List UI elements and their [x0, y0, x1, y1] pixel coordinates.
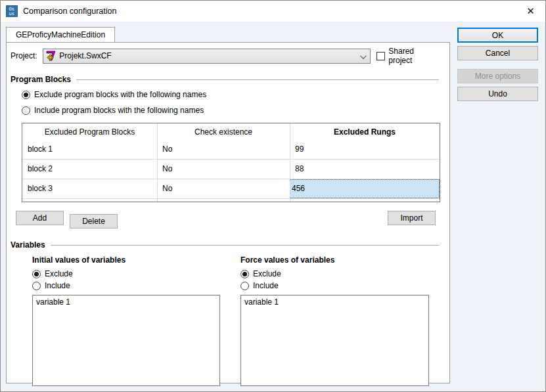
table-header-row: Excluded Program Blocks Check existence … — [22, 123, 440, 140]
cell-check-existence[interactable]: No — [157, 140, 290, 159]
force-include-option[interactable]: Include — [240, 281, 429, 290]
initial-values-title: Initial values of variables — [32, 255, 220, 265]
app-icon: 0s us — [6, 5, 18, 17]
include-blocks-option[interactable]: Include program blocks with the followin… — [22, 106, 439, 115]
col-header-excluded-rungs: Excluded Rungs — [290, 127, 440, 137]
cell-block-name[interactable]: block 3 — [22, 179, 157, 198]
table-row[interactable]: block 1 No 99 — [22, 140, 440, 160]
table-row[interactable]: block 3 No 456 — [22, 179, 440, 199]
cell-block-name[interactable]: block 2 — [22, 160, 157, 179]
shared-project-option[interactable]: Shared project — [376, 47, 439, 65]
close-icon[interactable]: ✕ — [516, 1, 545, 22]
list-item[interactable]: variable 1 — [36, 297, 216, 307]
col-header-check-existence: Check existence — [157, 127, 290, 137]
import-button[interactable]: Import — [388, 211, 436, 225]
initial-exclude-option[interactable]: Exclude — [32, 269, 220, 278]
initial-values-section: Initial values of variables Exclude Incl… — [16, 255, 220, 386]
shared-project-checkbox[interactable] — [376, 52, 385, 60]
force-exclude-label: Exclude — [253, 269, 281, 278]
include-blocks-radio[interactable] — [22, 106, 30, 115]
initial-include-label: Include — [45, 281, 70, 290]
variables-group-header: Variables — [11, 240, 439, 250]
exclude-blocks-label: Exclude program blocks with the followin… — [34, 90, 206, 99]
excluded-blocks-table: Excluded Program Blocks Check existence … — [22, 123, 440, 202]
initial-exclude-label: Exclude — [45, 269, 73, 278]
force-exclude-option[interactable]: Exclude — [240, 269, 429, 278]
force-values-title: Force values of variables — [240, 255, 429, 265]
tab-label: GEProficyMachineEdition — [16, 30, 105, 39]
title-bar: 0s us Comparison configuration ✕ — [1, 1, 545, 22]
cell-excluded-rungs-selected[interactable]: 456 — [290, 179, 440, 198]
exclude-blocks-radio[interactable] — [22, 91, 30, 99]
force-variables-listbox[interactable]: variable 1 — [240, 295, 429, 386]
undo-button[interactable]: Undo — [457, 87, 538, 101]
force-include-radio[interactable] — [240, 282, 249, 290]
table-row[interactable]: block 2 No 88 — [22, 160, 440, 179]
project-value: Projekt.SwxCF — [59, 51, 111, 60]
force-include-label: Include — [253, 281, 279, 290]
table-button-row: Add Delete Import — [16, 211, 436, 229]
delete-button[interactable]: Delete — [70, 214, 118, 229]
svg-text:us: us — [9, 11, 14, 16]
include-blocks-label: Include program blocks with the followin… — [34, 106, 204, 115]
cell-block-name[interactable]: block 1 — [22, 140, 157, 159]
group-rule — [51, 245, 439, 246]
initial-include-option[interactable]: Include — [32, 281, 220, 290]
initial-include-radio[interactable] — [32, 282, 41, 290]
program-blocks-group-header: Program Blocks — [11, 75, 439, 84]
group-rule — [76, 79, 439, 80]
add-button[interactable]: Add — [16, 211, 64, 225]
col-header-excluded-program-blocks: Excluded Program Blocks — [22, 127, 157, 137]
tab-geproficymachineedition[interactable]: GEProficyMachineEdition — [6, 27, 115, 42]
chevron-down-icon[interactable] — [360, 53, 367, 59]
project-file-icon — [46, 51, 57, 61]
project-label: Project: — [11, 51, 43, 60]
variables-columns: Initial values of variables Exclude Incl… — [16, 255, 439, 386]
cell-check-existence[interactable]: No — [157, 160, 290, 179]
comparison-configuration-dialog: { "window": { "title": "Comparison confi… — [0, 0, 546, 392]
project-combobox[interactable]: Projekt.SwxCF — [43, 49, 371, 64]
program-blocks-title: Program Blocks — [11, 75, 71, 84]
window-title: Comparison configuration — [23, 7, 116, 16]
column-separator — [290, 123, 290, 202]
force-exclude-radio[interactable] — [240, 270, 249, 278]
initial-variables-listbox[interactable]: variable 1 — [32, 295, 220, 386]
column-separator — [157, 123, 158, 202]
shared-project-label: Shared project — [388, 47, 439, 65]
force-values-section: Force values of variables Exclude Includ… — [224, 255, 429, 386]
more-options-button[interactable]: More options — [457, 69, 538, 83]
tab-page-panel: Project: Projekt.SwxCF Shared project Pr… — [6, 42, 450, 383]
cell-excluded-rungs[interactable]: 99 — [290, 140, 440, 159]
variables-title: Variables — [11, 240, 45, 250]
exclude-blocks-option[interactable]: Exclude program blocks with the followin… — [22, 90, 439, 99]
project-row: Project: Projekt.SwxCF Shared project — [11, 47, 439, 65]
initial-exclude-radio[interactable] — [32, 270, 41, 278]
list-item[interactable]: variable 1 — [244, 297, 425, 307]
tab-strip: GEProficyMachineEdition — [6, 27, 545, 41]
cell-excluded-rungs[interactable]: 88 — [290, 160, 440, 179]
spacer — [118, 211, 388, 229]
cell-check-existence[interactable]: No — [157, 179, 290, 198]
cancel-button[interactable]: Cancel — [457, 46, 538, 60]
